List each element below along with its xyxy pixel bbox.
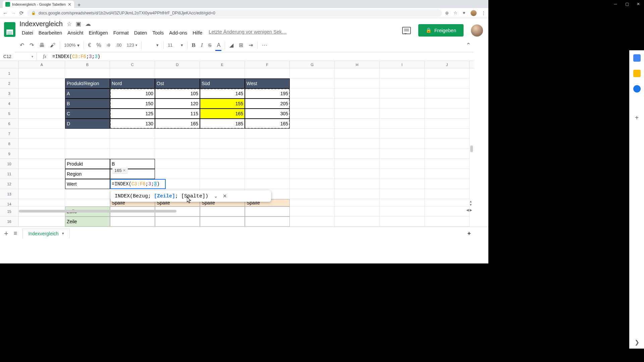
col-header[interactable]: B xyxy=(65,61,110,68)
percent-button[interactable]: % xyxy=(94,40,103,50)
lookup-label[interactable]: Produkt xyxy=(65,159,110,169)
row-header[interactable]: 11 xyxy=(0,169,19,179)
vertical-scrollbar-thumb[interactable] xyxy=(470,145,473,152)
lookup-label[interactable]: Wert xyxy=(65,179,110,189)
currency-button[interactable]: € xyxy=(86,40,94,50)
close-tab-icon[interactable]: ✕ xyxy=(68,2,71,7)
product-label[interactable]: C xyxy=(65,109,110,119)
undo-button[interactable]: ↶ xyxy=(17,40,26,50)
fill-color-button[interactable]: ◢ xyxy=(227,40,236,50)
cell-editor[interactable]: =INDEX(C3:F6;3;3) xyxy=(110,179,166,189)
italic-button[interactable]: I xyxy=(199,40,205,51)
horizontal-scroll-nav[interactable]: ◀▶ xyxy=(466,208,472,212)
table-corner[interactable]: Produkt/Region xyxy=(65,78,110,88)
data-cell[interactable]: 195 xyxy=(245,88,290,99)
dec-decrease-button[interactable]: .0 xyxy=(104,41,113,50)
forward-button[interactable]: → xyxy=(11,10,16,16)
data-cell[interactable]: 105 xyxy=(155,88,200,99)
font-size-select[interactable]: 11▾ xyxy=(166,43,185,48)
menu-hilfe[interactable]: Hilfe xyxy=(190,29,205,37)
row-header[interactable]: 15 xyxy=(0,206,19,217)
data-cell[interactable]: 165 xyxy=(245,119,290,129)
col-header[interactable]: G xyxy=(290,61,335,68)
data-cell[interactable]: 125 xyxy=(110,109,155,119)
row-header[interactable]: 12 xyxy=(0,179,19,189)
region-header[interactable]: Nord xyxy=(110,78,155,88)
menu-bearbeiten[interactable]: Bearbeiten xyxy=(36,29,64,37)
data-cell[interactable]: 150 xyxy=(110,99,155,109)
row-header[interactable]: 16 xyxy=(0,217,19,227)
bold-button[interactable]: B xyxy=(190,40,198,51)
share-button[interactable]: 🔒 Freigeben xyxy=(418,24,464,37)
row-header[interactable]: 10 xyxy=(0,159,19,169)
move-icon[interactable]: ▣ xyxy=(76,20,81,27)
name-box[interactable]: C12▾ xyxy=(0,52,37,61)
row-header[interactable]: 6 xyxy=(0,119,19,129)
bookmark-icon[interactable]: ☆ xyxy=(453,10,458,15)
data-cell[interactable]: 115 xyxy=(155,109,200,119)
region-header[interactable]: Ost xyxy=(155,78,200,88)
reload-button[interactable]: ⟳ xyxy=(19,10,24,16)
col-header[interactable]: H xyxy=(335,61,380,68)
data-cell[interactable]: 120 xyxy=(155,99,200,109)
collapse-toolbar-icon[interactable]: ⌃ xyxy=(466,42,471,49)
data-cell[interactable]: 100 xyxy=(110,88,155,99)
cloud-icon[interactable]: ☁ xyxy=(85,20,91,27)
add-sheet-button[interactable]: + xyxy=(4,229,8,238)
print-button[interactable]: 🖶 xyxy=(37,40,47,50)
horizontal-scrollbar[interactable] xyxy=(19,210,453,213)
new-tab-button[interactable]: + xyxy=(74,2,84,8)
data-cell[interactable]: 165 xyxy=(200,109,245,119)
menu-format[interactable]: Format xyxy=(111,29,131,37)
row-header[interactable]: 5 xyxy=(0,109,19,119)
row-header[interactable]: 7 xyxy=(0,129,19,139)
data-cell[interactable]: 165 xyxy=(155,119,200,129)
back-button[interactable]: ← xyxy=(3,10,8,16)
row-header[interactable]: 13 xyxy=(0,189,19,199)
region-header[interactable]: Süd xyxy=(200,78,245,88)
menu-icon[interactable]: ⋮ xyxy=(481,10,486,15)
data-cell[interactable]: 305 xyxy=(245,109,290,119)
product-label[interactable]: A xyxy=(65,88,110,99)
font-select[interactable]: ▾ xyxy=(144,43,161,48)
product-label[interactable]: D xyxy=(65,119,110,129)
col-header[interactable]: D xyxy=(155,61,200,68)
close-help-icon[interactable]: ✕ xyxy=(223,193,227,199)
data-cell[interactable]: 145 xyxy=(200,88,245,99)
col-header[interactable]: F xyxy=(245,61,290,68)
text-color-button[interactable]: A xyxy=(215,40,223,50)
dec-increase-button[interactable]: .00 xyxy=(113,41,124,50)
explore-button[interactable]: ✦ xyxy=(467,230,472,237)
expand-help-icon[interactable]: ⌄ xyxy=(214,193,218,199)
url-input[interactable]: 🔒 docs.google.com/spreadsheets/d/1b2ivdA… xyxy=(27,9,442,17)
row-header[interactable]: 9 xyxy=(0,149,19,159)
all-sheets-button[interactable]: ≡ xyxy=(14,230,17,237)
close-preview-icon[interactable]: ✕ xyxy=(123,168,126,173)
menu-datei[interactable]: Datei xyxy=(19,29,36,37)
comments-icon[interactable] xyxy=(402,27,411,34)
col-header[interactable]: I xyxy=(380,61,425,68)
redo-button[interactable]: ↷ xyxy=(27,40,36,50)
select-all-corner[interactable] xyxy=(0,61,19,68)
data-cell[interactable]: 130 xyxy=(110,119,155,129)
zeile-header[interactable]: Zeile xyxy=(65,217,110,227)
formula-input[interactable]: =INDEX(C3:F6;3;3) xyxy=(52,54,474,59)
row-header[interactable]: 8 xyxy=(0,139,19,149)
menu-daten[interactable]: Daten xyxy=(132,29,150,37)
paint-format-button[interactable]: 🖌 xyxy=(48,40,58,50)
sheet-tab[interactable]: Indexvergleich▾ xyxy=(22,229,69,238)
num-format-select[interactable]: 123▾ xyxy=(125,43,140,48)
strikethrough-button[interactable]: S xyxy=(206,40,214,50)
menu-tools[interactable]: Tools xyxy=(150,29,166,37)
zoom-select[interactable]: 100%▾ xyxy=(62,43,82,48)
region-header[interactable]: West xyxy=(245,78,290,88)
vertical-scroll-nav[interactable]: ▲▼ xyxy=(469,200,472,206)
zoom-icon[interactable]: ⊕ xyxy=(445,10,449,15)
product-label[interactable]: B xyxy=(65,99,110,109)
col-header[interactable]: E xyxy=(200,61,245,68)
profile-avatar[interactable] xyxy=(471,10,477,16)
data-cell[interactable]: 185 xyxy=(200,119,245,129)
star-icon[interactable]: ☆ xyxy=(67,20,72,27)
row-header[interactable]: 3 xyxy=(0,88,19,99)
col-header[interactable]: C xyxy=(110,61,155,68)
